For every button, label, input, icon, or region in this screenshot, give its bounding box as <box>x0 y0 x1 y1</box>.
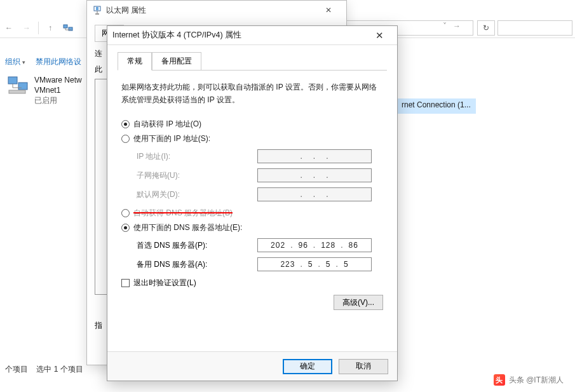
advanced-button[interactable]: 高级(V)... <box>334 295 383 310</box>
watermark: 头 头条 @IT新潮人 <box>494 374 564 386</box>
adapter-name: VMware Netw <box>34 75 82 85</box>
radio-manual-ip-label: 使用下面的 IP 地址(S): <box>133 133 210 144</box>
adapter-subname: VMnet1 <box>34 85 82 95</box>
close-button[interactable]: ✕ <box>316 3 341 18</box>
ip-address-input: ... <box>257 149 372 163</box>
radio-manual-ip[interactable] <box>121 135 130 143</box>
svg-rect-3 <box>18 83 27 90</box>
subnet-mask-input: ... <box>257 168 372 182</box>
mask-label: 子网掩码(U): <box>137 170 257 181</box>
gateway-label: 默认网关(D): <box>137 189 257 200</box>
svg-rect-7 <box>95 13 99 15</box>
disable-device-cmd[interactable]: 禁用此网络设 <box>36 57 81 67</box>
up-button[interactable]: ↑ <box>41 19 59 37</box>
search-input[interactable] <box>497 20 572 36</box>
adapter-icon <box>6 75 29 95</box>
svg-rect-2 <box>8 77 17 84</box>
tab-general[interactable]: 常规 <box>118 52 152 71</box>
nav-buttons: ← → ↑ <box>0 19 77 37</box>
radio-auto-ip-label: 自动获得 IP 地址(O) <box>133 119 201 130</box>
forward-button[interactable]: → <box>18 19 36 37</box>
alternate-dns-input[interactable]: 223.5.5.5 <box>257 257 372 271</box>
svg-rect-4 <box>9 90 25 93</box>
validate-checkbox[interactable] <box>121 279 130 287</box>
back-button[interactable]: ← <box>0 19 18 37</box>
ip-group: 自动获得 IP 地址(O) 使用下面的 IP 地址(S): IP 地址(I): … <box>121 119 383 201</box>
validate-label: 退出时验证设置(L) <box>133 278 196 288</box>
preferred-dns-label: 首选 DNS 服务器(P): <box>137 240 257 251</box>
svg-rect-0 <box>64 25 67 28</box>
refresh-button[interactable]: ↻ <box>477 20 495 36</box>
tab-alternate[interactable]: 备用配置 <box>152 52 201 71</box>
preferred-dns-input[interactable]: 202.96.128.86 <box>257 238 372 252</box>
alternate-dns-label: 备用 DNS 服务器(A): <box>137 259 257 270</box>
dialog-title: 以太网 属性 <box>106 5 316 16</box>
dns-group: 自动获得 DNS 服务器地址(B) 使用下面的 DNS 服务器地址(E): 首选… <box>121 208 383 271</box>
network-adapter-item[interactable]: VMware Netw VMnet1 已启用 <box>6 75 82 105</box>
dialog-title: Internet 协议版本 4 (TCP/IPv4) 属性 <box>112 30 367 41</box>
radio-auto-dns-label: 自动获得 DNS 服务器地址(B) <box>133 208 233 219</box>
description-text: 如果网络支持此功能，则可以获取自动指派的 IP 设置。否则，你需要从网络系统管理… <box>121 81 383 106</box>
adapter-status: 已启用 <box>34 95 82 105</box>
radio-manual-dns[interactable] <box>121 224 130 232</box>
status-bar: 个项目 选中 1 个项目 <box>0 363 575 377</box>
address-history[interactable]: ˅ → <box>443 22 461 30</box>
radio-manual-dns-label: 使用下面的 DNS 服务器地址(E): <box>133 222 242 233</box>
network-adapter-selected[interactable]: rnet Connection (1... <box>396 98 476 114</box>
close-button[interactable]: ✕ <box>367 28 392 43</box>
radio-auto-ip[interactable] <box>121 120 130 128</box>
ethernet-icon <box>92 5 102 15</box>
svg-rect-6 <box>96 7 98 10</box>
ip-label: IP 地址(I): <box>137 151 257 162</box>
ipv4-properties-dialog: Internet 协议版本 4 (TCP/IPv4) 属性 ✕ 常规 备用配置 … <box>107 25 398 381</box>
watermark-logo-icon: 头 <box>494 374 505 386</box>
organize-menu[interactable]: 组织 <box>5 57 25 67</box>
radio-auto-dns[interactable] <box>121 209 130 217</box>
gateway-input: ... <box>257 187 372 201</box>
network-icon <box>59 19 77 37</box>
